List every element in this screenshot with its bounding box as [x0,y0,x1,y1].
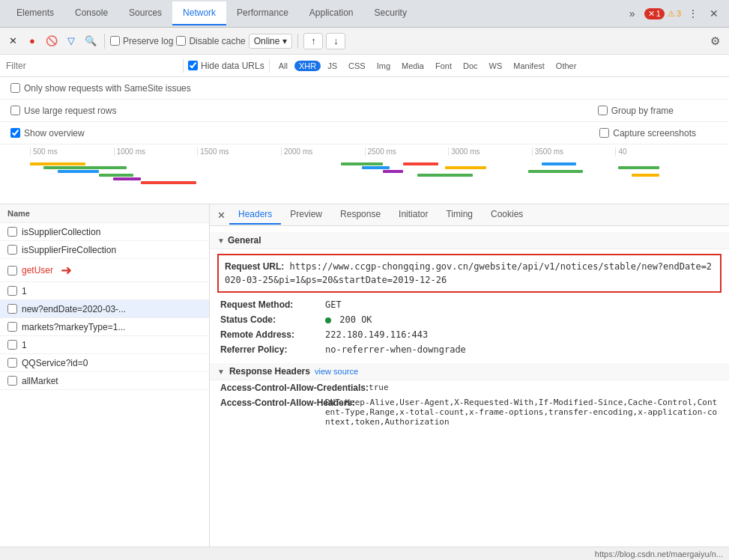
request-method-label: Request Method: [220,299,325,310]
list-item-checkbox[interactable] [7,266,17,276]
access-credentials-label: Access-Control-Allow-Credentials: [220,383,369,393]
throttle-select[interactable]: Online ▾ [249,34,293,49]
tab-headers[interactable]: Headers [229,205,281,225]
tick-0: 500 ms [30,147,114,156]
view-source-link[interactable]: view source [315,367,358,376]
response-headers-section-header[interactable]: ▼ Response Headers view source [210,363,729,380]
timeline-bar-13 [542,162,576,165]
access-headers-label: Access-Control-Allow-Headers: [220,398,325,408]
remote-address-value: 222.180.149.116:443 [325,329,428,340]
timeline-bar-4 [113,177,141,180]
devtools-close-icon[interactable]: ✕ [705,4,723,22]
list-item[interactable]: allMarket [0,372,209,390]
download-har-icon[interactable]: ↓ [326,33,345,49]
filter-xhr[interactable]: XHR [294,61,321,71]
timeline-bar-10 [417,174,473,177]
warn-icon: ⚠ [668,9,675,19]
tab-cookies[interactable]: Cookies [482,205,532,225]
list-item-name: 1 [22,286,27,296]
preserve-log-checkbox-label: Preserve log [110,36,173,46]
list-item-checkbox[interactable] [7,358,17,368]
filter-font[interactable]: Font [431,61,456,71]
tab-console[interactable]: Console [64,1,118,25]
record-icon[interactable]: ● [24,33,40,49]
tick-6: 3500 ms [532,147,616,156]
filter-doc[interactable]: Doc [459,61,483,71]
clear-icon[interactable]: 🚫 [43,33,60,49]
list-item[interactable]: new?endDate=2020-03-... [0,300,209,318]
more-tabs-icon[interactable]: » [623,4,641,22]
timeline-bar-2 [58,170,99,173]
same-site-checkbox[interactable] [10,83,20,93]
list-item[interactable]: 1 [0,282,209,300]
group-by-frame-checkbox[interactable] [598,106,608,115]
referrer-policy-row: Referrer Policy: no-referrer-when-downgr… [210,342,729,357]
timeline-bar-5 [141,181,196,184]
list-item[interactable]: markets?markeyType=1... [0,318,209,336]
filter-all[interactable]: All [274,61,292,71]
list-item-checkbox[interactable] [7,322,17,332]
tab-initiator[interactable]: Initiator [390,205,437,225]
gear-icon[interactable]: ⚙ [705,31,725,51]
tick-1: 1000 ms [114,147,198,156]
list-item[interactable]: 1 [0,336,209,354]
capture-screenshots-option: Capture screenshots [599,128,696,139]
filter-input[interactable] [6,61,178,71]
preserve-log-checkbox[interactable] [110,36,120,46]
show-overview-checkbox[interactable] [10,128,20,138]
list-item-checkbox[interactable] [7,245,17,255]
filter-other[interactable]: Other [551,61,581,71]
filter-manifest[interactable]: Manifest [509,61,549,71]
list-item-checkbox[interactable] [7,227,17,237]
list-item[interactable]: QQService?id=0 [0,354,209,372]
filter-img[interactable]: Img [372,61,395,71]
timeline-bar-9 [403,162,438,165]
hide-data-urls-checkbox[interactable] [188,61,198,70]
list-item-checkbox[interactable] [7,376,17,386]
disable-cache-checkbox[interactable] [176,36,186,46]
filter-toggle-icon[interactable]: ▽ [63,33,79,49]
close-panel-icon[interactable]: ✕ [4,33,21,49]
list-item-checkbox[interactable] [7,340,17,350]
general-section-header[interactable]: ▼ General [210,232,729,249]
same-site-option: Only show requests with SameSite issues [10,83,191,94]
list-item[interactable]: getUser➜ [0,259,209,282]
tab-response[interactable]: Response [331,205,390,225]
filter-js[interactable]: JS [323,61,342,71]
upload-har-icon[interactable]: ↑ [303,33,323,49]
filter-media[interactable]: Media [397,61,429,71]
list-item[interactable]: isSupplierFireCollection [0,241,209,259]
filter-types: All XHR JS CSS Img Media Font Doc WS Man… [274,61,581,71]
hide-data-urls-label: Hide data URLs [188,61,264,71]
remote-address-row: Remote Address: 222.180.149.116:443 [210,327,729,342]
tab-timing[interactable]: Timing [437,205,482,225]
arrow-indicator-icon: ➜ [61,262,72,279]
tab-application[interactable]: Application [299,1,364,25]
access-credentials-value: true [369,383,389,392]
error-badge: ✕ 1 [644,8,665,19]
right-panel-close-icon[interactable]: ✕ [213,204,229,225]
list-item-name: isSupplierFireCollection [22,245,116,255]
referrer-policy-value: no-referrer-when-downgrade [325,344,466,355]
tab-performance[interactable]: Performance [226,1,299,25]
list-item-checkbox[interactable] [7,304,17,314]
general-section-label: General [228,235,261,246]
tab-sources[interactable]: Sources [118,1,172,25]
access-headers-value: DNT,Keep-Alive,User-Agent,X-Requested-Wi… [325,398,719,427]
devtools-menu-icon[interactable]: ⋮ [684,4,702,22]
list-item[interactable]: isSupplierCollection [0,223,209,241]
search-icon[interactable]: 🔍 [82,33,99,49]
tab-elements[interactable]: Elements [6,1,64,25]
tab-preview[interactable]: Preview [281,205,331,225]
list-item-checkbox[interactable] [7,286,17,296]
timeline-overview[interactable]: 500 ms 1000 ms 1500 ms 2000 ms 2500 ms 3… [0,144,729,204]
capture-screenshots-checkbox[interactable] [599,128,609,138]
error-count: 1 [656,9,661,18]
filter-css[interactable]: CSS [344,61,370,71]
large-rows-checkbox[interactable] [10,106,20,115]
tab-security[interactable]: Security [364,1,417,25]
tab-network[interactable]: Network [172,1,226,25]
status-code-row: Status Code: 200 OK [210,312,729,327]
filter-ws[interactable]: WS [485,61,507,71]
referrer-policy-label: Referrer Policy: [220,344,325,355]
